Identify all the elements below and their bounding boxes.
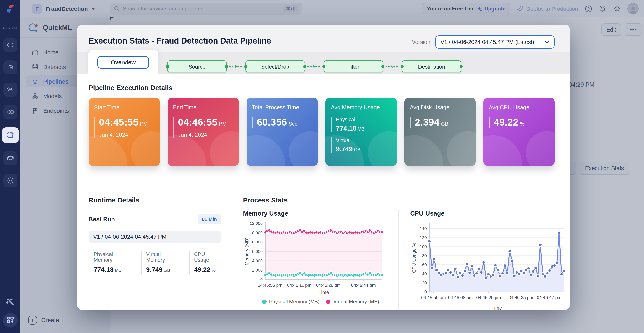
svg-text:04:46:44 pm: 04:46:44 pm <box>351 283 376 288</box>
cpu-usage-value: 49.22 <box>494 117 518 127</box>
execution-stats-modal: Execution Stats - Fraud Detection Data P… <box>77 25 570 310</box>
svg-text:12,000: 12,000 <box>250 221 263 226</box>
magic-wand-icon[interactable] <box>6 298 14 306</box>
svg-text:0: 0 <box>260 277 263 282</box>
legend-item[interactable]: Physical Memory (MB) <box>262 299 320 305</box>
cycle-service-icon[interactable] <box>3 151 17 165</box>
modal-title: Execution Stats - Fraud Detection Data P… <box>88 36 271 45</box>
svg-text:04:46:26 pm: 04:46:26 pm <box>316 283 341 288</box>
memory-chart-title: Memory Usage <box>243 210 398 217</box>
physical-memory-stat: Physical Memory 774.18MB <box>88 251 133 274</box>
pipeline-details-heading: Pipeline Execution Details <box>88 84 172 92</box>
svg-text:20: 20 <box>422 281 427 285</box>
svg-text:04:46:20 pm: 04:46:20 pm <box>476 295 501 300</box>
cloud-service-icon[interactable] <box>3 60 17 74</box>
total-process-time-card: Total Process Time 60.356Sec <box>246 98 318 166</box>
cpu-usage-stat: CPU Usage 49.22% <box>189 251 221 274</box>
disk-usage-value: 2.394 <box>415 117 440 127</box>
svg-text:Time: Time <box>492 305 502 310</box>
runtime-details-heading: Runtime Details <box>88 196 221 204</box>
version-value: V1 / 04-06-2024 04:45:47 PM (Latest) <box>440 39 534 45</box>
flow-connector-icon <box>227 64 245 69</box>
version-select[interactable]: V1 / 04-06-2024 04:45:47 PM (Latest) <box>435 35 555 48</box>
process-time-value: 60.356 <box>257 117 287 127</box>
version-label: Version <box>412 39 430 45</box>
svg-text:04:46:35 pm: 04:46:35 pm <box>508 295 533 300</box>
svg-text:140: 140 <box>420 226 427 231</box>
cpu-usage-chart-panel: CPU Usage 02040608010012014004:45:56 pm0… <box>410 210 570 310</box>
tab-filter[interactable]: Filter <box>324 60 383 72</box>
start-time-card: Start Time 04:45:55PM Jun 4, 2024 <box>88 98 160 166</box>
memory-usage-chart[interactable]: 02,0004,0006,0008,00010,00012,00004:45:5… <box>243 219 398 298</box>
quickml-service-icon[interactable] <box>2 127 19 143</box>
screen: Services F <box>0 0 644 333</box>
virtual-memory-value: 9.749 <box>336 145 353 153</box>
svg-text:60: 60 <box>422 262 427 267</box>
runtime-details-section: Runtime Details Best Run 01 Min V1 / 04-… <box>77 186 232 310</box>
modal-header: Execution Stats - Fraud Detection Data P… <box>77 25 570 74</box>
svg-text:Memory (MB): Memory (MB) <box>244 237 250 265</box>
flow-connector-icon <box>383 64 402 69</box>
svg-text:8,000: 8,000 <box>252 240 263 245</box>
cpu-chart-title: CPU Usage <box>410 210 570 217</box>
legend-item[interactable]: Virtual Memory (MB) <box>326 299 379 305</box>
pipeline-flow: Source Select/Drop Filter Destination <box>167 60 462 72</box>
svg-text:04:46:08 pm: 04:46:08 pm <box>448 295 473 300</box>
chevron-down-icon <box>544 40 549 43</box>
svg-text:04:45:56 pm: 04:45:56 pm <box>421 295 446 300</box>
tab-destination[interactable]: Destination <box>402 60 462 72</box>
end-date: Jun 4, 2024 <box>178 132 226 138</box>
tab-select-drop[interactable]: Select/Drop <box>245 60 305 72</box>
best-run-version: V1 / 04-06-2024 04:45:47 PM <box>88 231 221 243</box>
start-date: Jun 4, 2024 <box>99 132 148 138</box>
svg-text:04:46:11 pm: 04:46:11 pm <box>287 283 312 288</box>
cpu-usage-chart[interactable]: 02040608010012014004:45:56 pm04:46:08 pm… <box>410 219 570 310</box>
memory-chart-legend: Physical Memory (MB)Virtual Memory (MB) <box>243 299 398 305</box>
process-stats-section: Process Stats Memory Usage 02,0004,0006,… <box>232 186 570 310</box>
tab-source[interactable]: Source <box>167 60 227 72</box>
svg-text:10,000: 10,000 <box>250 230 263 235</box>
best-run-duration-badge: 01 Min <box>198 214 221 224</box>
svg-text:2,000: 2,000 <box>252 268 263 273</box>
svg-text:6,000: 6,000 <box>252 249 263 254</box>
start-time-value: 04:45:55 <box>99 117 138 127</box>
end-time-card: End Time 04:46:55PM Jun 4, 2024 <box>168 98 239 166</box>
svg-text:04:46:47 pm: 04:46:47 pm <box>537 295 562 300</box>
vision-service-icon[interactable] <box>3 174 17 187</box>
avg-cpu-usage-card: Avg CPU Usage 49.22% <box>484 98 555 166</box>
svg-text:CPU Usage %: CPU Usage % <box>411 243 416 273</box>
flow-connector-icon <box>305 64 324 69</box>
services-rail: Services <box>0 0 20 333</box>
svg-text:4,000: 4,000 <box>252 259 263 263</box>
memory-usage-chart-panel: Memory Usage 02,0004,0006,0008,00010,000… <box>243 210 398 310</box>
svg-text:0: 0 <box>424 290 427 294</box>
rail-divider <box>4 20 17 20</box>
overview-tab-holder: Overview <box>88 50 158 75</box>
svg-text:120: 120 <box>420 235 427 240</box>
services-label: Services <box>3 26 17 30</box>
charts-divider <box>398 210 399 310</box>
process-stats-heading: Process Stats <box>243 196 570 204</box>
apps-create-icon[interactable] <box>3 313 18 328</box>
svg-text:80: 80 <box>422 253 427 258</box>
layers-service-icon[interactable] <box>3 105 17 119</box>
avg-disk-usage-card: Avg Disk Usage 2.394GB <box>404 98 476 166</box>
catalyst-logo-icon[interactable] <box>5 4 16 16</box>
zia-service-icon[interactable] <box>3 83 17 97</box>
end-time-value: 04:46:55 <box>178 117 218 127</box>
best-run-label: Best Run <box>88 216 115 223</box>
rail-bottom-divider <box>2 292 18 292</box>
svg-text:100: 100 <box>420 244 427 249</box>
modal-body: Pipeline Execution Details Start Time 04… <box>77 74 570 310</box>
tab-strip: Overview Source Select/Drop Filter Desti… <box>77 52 570 74</box>
svg-text:40: 40 <box>422 271 427 276</box>
virtual-memory-stat: Virtual Memory 9.749GB <box>141 251 181 274</box>
functions-service-icon[interactable] <box>3 38 17 52</box>
avg-memory-usage-card: Avg Memory Usage Physical 774.18MB Virtu… <box>326 98 397 166</box>
physical-memory-value: 774.18 <box>336 124 356 132</box>
tab-overview[interactable]: Overview <box>98 56 149 68</box>
svg-text:04:45:56 pm: 04:45:56 pm <box>258 283 282 288</box>
stat-cards-row: Start Time 04:45:55PM Jun 4, 2024 End Ti… <box>88 98 555 166</box>
svg-text:Time: Time <box>318 290 329 295</box>
